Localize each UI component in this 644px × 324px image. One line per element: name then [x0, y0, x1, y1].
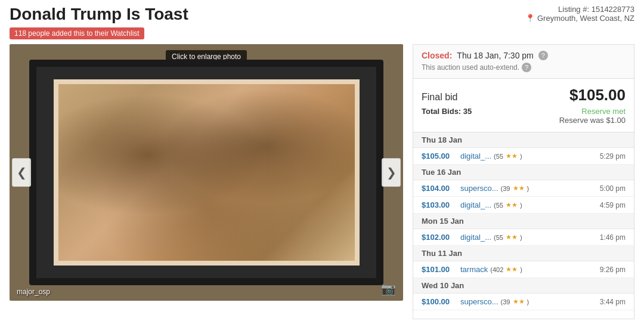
feedback-close: ) [520, 153, 522, 160]
bid-summary-box: Final bid $105.00 Total Bids: 35 Reserve… [413, 79, 634, 132]
bid-amount: $105.00 [422, 152, 460, 161]
bid-amount: $104.00 [422, 184, 460, 193]
bid-row: $105.00 digital_... (55 ★★ ) 5:29 pm [413, 148, 634, 165]
bid-time: 5:00 pm [600, 184, 626, 193]
star-icon: ★★ [506, 233, 518, 241]
star-icon: ★★ [506, 201, 518, 209]
bid-user[interactable]: digital_... (55 ★★ ) [460, 233, 600, 242]
bid-time: 9:26 pm [600, 266, 626, 274]
auto-extend-text: This auction used auto-extend. [422, 63, 519, 72]
bid-user[interactable]: digital_... (55 ★★ ) [460, 152, 600, 161]
image-section: Click to enlarge photo ❮ ❯ major_osp 📷 [10, 44, 403, 319]
bid-amount: $102.00 [422, 233, 460, 242]
feedback-badge: (55 [494, 234, 503, 241]
listing-number: 1514228773 [592, 5, 634, 14]
total-bids: Total Bids: 35 [422, 107, 472, 125]
bid-date-header: Wed 10 Jan [413, 278, 634, 294]
bid-date-header: Thu 11 Jan [413, 246, 634, 261]
closed-label: Closed: [422, 51, 452, 60]
reserve-was: Reserve was $1.00 [559, 116, 626, 125]
bid-row: $102.00 digital_... (55 ★★ ) 1:46 pm [413, 229, 634, 246]
right-panel: Closed: Thu 18 Jan, 7:30 pm ? This aucti… [413, 44, 634, 319]
watchlist-badge: 118 people added this to their Watchlist [10, 27, 144, 39]
listing-label: Listing #: [558, 5, 589, 14]
bid-time: 5:29 pm [600, 152, 626, 161]
final-bid-label: Final bid [422, 92, 457, 103]
next-image-button[interactable]: ❯ [382, 158, 401, 187]
feedback-close: ) [527, 298, 530, 306]
feedback-badge: (402 [490, 266, 503, 273]
prev-image-button[interactable]: ❮ [12, 158, 31, 187]
location-text: Greymouth, West Coast, NZ [537, 14, 634, 23]
feedback-badge: (55 [494, 202, 503, 209]
bid-row: $101.00 tarmack (402 ★★ ) 9:26 pm [413, 261, 634, 278]
bid-amount: $101.00 [422, 265, 460, 274]
bid-time: 1:46 pm [600, 233, 626, 242]
feedback-close: ) [520, 234, 522, 241]
bid-date-header: Tue 16 Jan [413, 165, 634, 180]
star-icon: ★★ [513, 184, 525, 192]
location-pin-icon: 📍 [525, 14, 535, 23]
feedback-close: ) [520, 202, 522, 209]
bid-amount: $103.00 [422, 200, 460, 209]
bid-user[interactable]: digital_... (55 ★★ ) [460, 200, 600, 209]
help-icon[interactable]: ? [538, 51, 548, 60]
bid-user[interactable]: supersco... (39 ★★ ) [460, 297, 600, 306]
final-bid-amount: $105.00 [569, 86, 626, 104]
bid-time: 3:44 pm [600, 298, 626, 306]
bid-user[interactable]: tarmack (402 ★★ ) [460, 265, 600, 274]
auction-status-box: Closed: Thu 18 Jan, 7:30 pm ? This aucti… [413, 44, 634, 79]
star-icon: ★★ [506, 266, 518, 273]
feedback-close: ) [527, 185, 530, 192]
bid-date-header: Thu 18 Jan [413, 132, 634, 148]
auto-extend-help-icon[interactable]: ? [522, 63, 531, 72]
page-title: Donald Trump Is Toast [10, 5, 188, 24]
bid-amount: $100.00 [422, 297, 460, 306]
closed-time: Thu 18 Jan, 7:30 pm [457, 51, 533, 60]
bid-time: 4:59 pm [600, 201, 626, 209]
bid-history: Thu 18 Jan $105.00 digital_... (55 ★★ ) … [413, 132, 634, 319]
feedback-close: ) [520, 266, 522, 273]
bid-row: $104.00 supersco... (39 ★★ ) 5:00 pm [413, 180, 634, 197]
star-icon: ★★ [506, 152, 518, 160]
camera-icon: 📷 [381, 282, 396, 296]
bid-user[interactable]: supersco... (39 ★★ ) [460, 184, 600, 193]
product-image [10, 44, 403, 301]
feedback-badge: (39 [501, 298, 510, 306]
bid-row: $100.00 supersco... (39 ★★ ) 3:44 pm [413, 294, 634, 310]
image-credit: major_osp [17, 288, 50, 296]
bid-date-header: Mon 15 Jan [413, 214, 634, 229]
feedback-badge: (39 [501, 185, 510, 192]
feedback-badge: (55 [494, 153, 503, 160]
reserve-met: Reserve met [559, 107, 626, 116]
product-image-container[interactable]: Click to enlarge photo ❮ ❯ major_osp 📷 [10, 44, 403, 301]
star-icon: ★★ [513, 298, 525, 306]
bid-row: $103.00 digital_... (55 ★★ ) 4:59 pm [413, 197, 634, 214]
listing-meta: Listing #: 1514228773 📍 Greymouth, West … [525, 5, 634, 23]
